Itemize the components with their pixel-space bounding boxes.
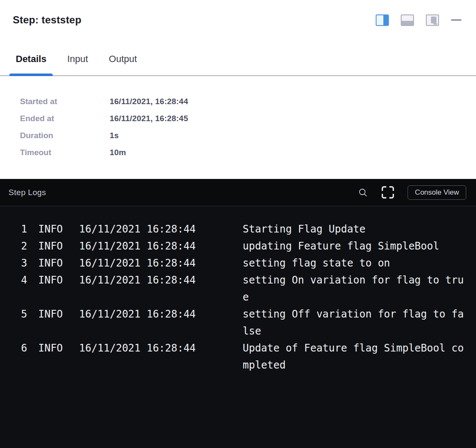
log-timestamp: 16/11/2021 16:28:44 bbox=[79, 221, 196, 238]
log-level: INFO bbox=[38, 272, 63, 289]
log-line-number: 6 bbox=[0, 340, 27, 357]
detail-label: Started at bbox=[20, 97, 110, 106]
log-line-number: 4 bbox=[0, 272, 27, 289]
detail-row: Duration 1s bbox=[20, 127, 476, 144]
log-message-line: setting flag state to on bbox=[243, 255, 463, 272]
log-message-line: e bbox=[243, 289, 463, 306]
log-message-line: Starting Flag Update bbox=[243, 221, 463, 238]
detail-row: Timeout 10m bbox=[20, 144, 476, 161]
page-title: Step: teststep bbox=[13, 14, 82, 26]
detail-value: 16/11/2021, 16:28:45 bbox=[110, 114, 188, 123]
log-timestamp: 16/11/2021 16:28:44 bbox=[79, 255, 196, 272]
log-timestamp: 16/11/2021 16:28:44 bbox=[79, 272, 196, 289]
detail-value: 16/11/2021, 16:28:44 bbox=[110, 97, 188, 106]
log-message-line: setting On variation for flag to tru bbox=[243, 272, 463, 289]
tabs-bar: DetailsInputOutput bbox=[0, 31, 476, 76]
log-level: INFO bbox=[38, 221, 63, 238]
log-line: 4 INFO 16/11/2021 16:28:44 setting On va… bbox=[0, 272, 463, 306]
log-line-number: 3 bbox=[0, 255, 27, 272]
log-line-number: 5 bbox=[0, 306, 27, 323]
split-right-view-fill bbox=[383, 15, 388, 25]
log-console[interactable]: 1 INFO 16/11/2021 16:28:44 Starting Flag… bbox=[0, 206, 476, 448]
console-view-button[interactable]: Console View bbox=[408, 185, 466, 200]
step-logs-title: Step Logs bbox=[8, 188, 46, 197]
log-message: setting flag state to on bbox=[243, 255, 463, 272]
log-line: 3 INFO 16/11/2021 16:28:44 setting flag … bbox=[0, 255, 463, 272]
log-line: 5 INFO 16/11/2021 16:28:44 setting Off v… bbox=[0, 306, 463, 340]
detail-label: Timeout bbox=[20, 148, 110, 157]
detail-row: Started at 16/11/2021, 16:28:44 bbox=[20, 93, 476, 110]
log-message-line: mpleted bbox=[243, 357, 463, 374]
detail-value: 1s bbox=[110, 131, 119, 140]
log-message: setting Off variation for flag to false bbox=[243, 306, 463, 340]
log-timestamp: 16/11/2021 16:28:44 bbox=[79, 306, 196, 323]
detail-label: Duration bbox=[20, 131, 110, 140]
tab-input[interactable]: Input bbox=[61, 31, 94, 75]
panel-header: Step: teststep bbox=[0, 0, 476, 31]
log-message: Update of Feature flag SimpleBool comple… bbox=[243, 340, 463, 374]
view-controls bbox=[376, 14, 462, 26]
log-header-actions: Console View bbox=[358, 185, 466, 200]
log-line: 1 INFO 16/11/2021 16:28:44 Starting Flag… bbox=[0, 221, 463, 238]
bottom-view-icon[interactable] bbox=[401, 14, 414, 26]
split-right-view-icon[interactable] bbox=[376, 14, 389, 26]
log-timestamp: 16/11/2021 16:28:44 bbox=[79, 340, 196, 357]
step-logs-panel: Step Logs Console View 1 INFO 16/11/ bbox=[0, 179, 476, 448]
details-section: Started at 16/11/2021, 16:28:44 Ended at… bbox=[0, 76, 476, 179]
log-timestamp: 16/11/2021 16:28:44 bbox=[79, 238, 196, 255]
fullscreen-icon[interactable] bbox=[381, 185, 395, 199]
log-message-line: setting Off variation for flag to fa bbox=[243, 306, 463, 323]
log-line-number: 2 bbox=[0, 238, 27, 255]
floating-view-bar bbox=[434, 23, 437, 25]
detail-value: 10m bbox=[110, 148, 126, 157]
log-level: INFO bbox=[38, 340, 63, 357]
log-message: updating Feature flag SimpleBool bbox=[243, 238, 463, 255]
log-message-line: Update of Feature flag SimpleBool co bbox=[243, 340, 463, 357]
log-message-line: updating Feature flag SimpleBool bbox=[243, 238, 463, 255]
log-level: INFO bbox=[38, 306, 63, 323]
tab-details[interactable]: Details bbox=[9, 31, 53, 75]
floating-view-icon[interactable] bbox=[426, 14, 439, 26]
log-message: Starting Flag Update bbox=[243, 221, 463, 238]
log-line: 6 INFO 16/11/2021 16:28:44 Update of Fea… bbox=[0, 340, 463, 374]
log-message: setting On variation for flag to true bbox=[243, 272, 463, 306]
log-level: INFO bbox=[38, 238, 63, 255]
minimize-icon[interactable] bbox=[451, 19, 462, 21]
log-line-number: 1 bbox=[0, 221, 27, 238]
detail-label: Ended at bbox=[20, 114, 110, 123]
log-line: 2 INFO 16/11/2021 16:28:44 updating Feat… bbox=[0, 238, 463, 255]
floating-view-rect bbox=[431, 17, 436, 23]
log-message-line: lse bbox=[243, 323, 463, 340]
search-icon[interactable] bbox=[358, 187, 368, 198]
bottom-view-fill bbox=[402, 21, 413, 25]
step-logs-header: Step Logs Console View bbox=[0, 179, 476, 206]
log-level: INFO bbox=[38, 255, 63, 272]
detail-row: Ended at 16/11/2021, 16:28:45 bbox=[20, 110, 476, 127]
tab-output[interactable]: Output bbox=[102, 31, 143, 75]
